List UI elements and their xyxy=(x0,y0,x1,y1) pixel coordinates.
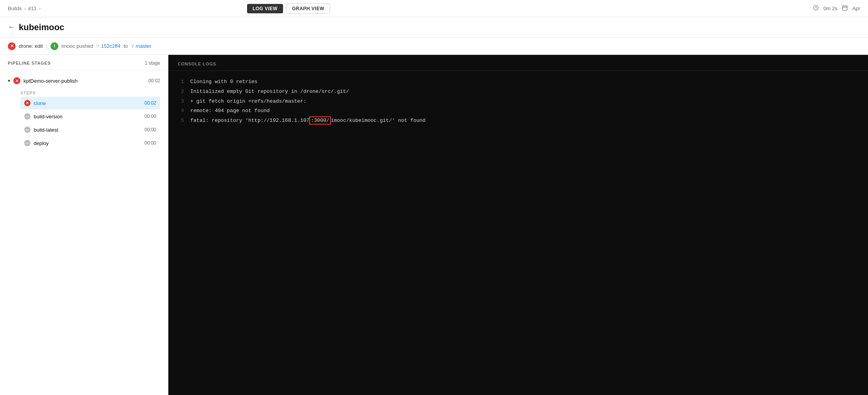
sidebar-content: ▾ ✕ kptDemo-server-publish 00:02 STEPS ✕… xyxy=(0,70,168,395)
console-header: CONSOLE LOGS xyxy=(168,55,868,71)
stage-error-icon: ✕ xyxy=(13,77,20,84)
svg-rect-3 xyxy=(843,6,847,10)
branch-icon: ⑂ xyxy=(131,43,134,49)
expand-icon: ▾ xyxy=(8,78,10,83)
status-error-icon: ✕ xyxy=(8,42,16,50)
main-layout: PIPELINE STAGES 1 stage ▾ ✕ kptDemo-serv… xyxy=(0,55,868,395)
steps-label: STEPS xyxy=(20,91,160,95)
step-name-deploy: deploy xyxy=(34,140,141,146)
separator: | xyxy=(46,43,47,49)
duration: 0m 2s xyxy=(823,5,837,11)
step-deploy[interactable]: — deploy 00:00 xyxy=(20,137,160,149)
back-button[interactable]: ← xyxy=(8,23,15,31)
sub-header: ✕ drone: edit | I imooc pushed ⑂ 152c2ff… xyxy=(0,38,868,55)
git-branch-icon: ⑂ xyxy=(96,43,99,49)
step-build-version[interactable]: — build-version 00:00 xyxy=(20,110,160,123)
console-title: CONSOLE LOGS xyxy=(178,62,216,66)
to-text: to xyxy=(124,43,128,49)
step-skip-icon-1: — xyxy=(24,113,31,120)
step-name-build-version: build-version xyxy=(34,114,141,120)
nav-right: 0m 2s Apr xyxy=(813,5,860,12)
line-content: + git fetch origin +refs/heads/master: xyxy=(190,98,859,106)
step-time-deploy: 00:00 xyxy=(144,140,156,146)
stage-time: 00:02 xyxy=(148,78,160,83)
step-clone[interactable]: ✕ clone 00:02 xyxy=(20,97,160,109)
top-nav: Builds › #11 › LOG VIEW GRAPH VIEW 0m 2s… xyxy=(0,0,868,17)
stage-name: kptDemo-server-publish xyxy=(23,78,145,84)
pipeline-name: drone: edit xyxy=(19,43,43,49)
line-number: 3 xyxy=(178,98,184,106)
steps-section: STEPS ✕ clone 00:02 — build-version 00:0… xyxy=(0,88,168,152)
step-time-build-latest: 00:00 xyxy=(144,127,156,132)
log-line: 5fatal: repository 'http://192.168.1.107… xyxy=(168,116,868,126)
log-line: 3+ git fetch origin +refs/heads/master: xyxy=(168,97,868,107)
time-ago: Apr xyxy=(852,5,860,11)
step-build-latest[interactable]: — build-latest 00:00 xyxy=(20,123,160,136)
line-content: remote: 404 page not found xyxy=(190,107,859,115)
graph-view-button[interactable]: GRAPH VIEW xyxy=(286,4,330,14)
line-number: 1 xyxy=(178,78,184,86)
step-time-clone: 00:02 xyxy=(144,100,156,106)
step-skip-icon-3: — xyxy=(24,140,31,146)
user-avatar: I xyxy=(51,42,58,50)
breadcrumb: Builds › #11 › xyxy=(8,5,41,11)
sidebar-title: PIPELINE STAGES xyxy=(8,61,51,65)
breadcrumb-chevron: › xyxy=(24,5,25,11)
stage-count: 1 stage xyxy=(145,60,160,66)
commit-hash-value: 152c2ff4 xyxy=(101,43,121,49)
console-panel: CONSOLE LOGS 1Cloning with 0 retries2Ini… xyxy=(168,55,868,395)
step-time-build-version: 00:00 xyxy=(144,114,156,119)
highlight-box: :3000/ xyxy=(309,116,331,125)
step-name-build-latest: build-latest xyxy=(34,127,141,133)
log-line: 4remote: 404 page not found xyxy=(168,106,868,116)
page-title: kubeimooc xyxy=(19,22,64,33)
view-toggle: LOG VIEW GRAPH VIEW xyxy=(247,4,330,14)
calendar-icon xyxy=(842,5,848,12)
pushed-text: imooc pushed xyxy=(61,43,93,49)
line-content: Cloning with 0 retries xyxy=(190,78,859,86)
build-num-link[interactable]: #11 xyxy=(28,5,37,11)
log-view-button[interactable]: LOG VIEW xyxy=(247,4,283,13)
line-number: 5 xyxy=(178,117,184,125)
sidebar: PIPELINE STAGES 1 stage ▾ ✕ kptDemo-serv… xyxy=(0,55,168,395)
branch-link[interactable]: ⑂ master xyxy=(131,43,152,49)
log-line: 1Cloning with 0 retries xyxy=(168,77,868,87)
line-number: 2 xyxy=(178,88,184,96)
sidebar-header: PIPELINE STAGES 1 stage xyxy=(0,55,168,70)
console-body[interactable]: 1Cloning with 0 retries2Initialized empt… xyxy=(168,71,868,395)
builds-link[interactable]: Builds xyxy=(8,5,22,11)
step-error-icon: ✕ xyxy=(24,100,31,106)
branch-name: master xyxy=(136,43,152,49)
step-skip-icon-2: — xyxy=(24,127,31,133)
line-content: fatal: repository 'http://192.168.1.107:… xyxy=(190,117,859,125)
line-content: Initialized empty Git repository in /dro… xyxy=(190,88,859,96)
clock-icon xyxy=(813,5,819,12)
step-name-clone: clone xyxy=(34,100,141,106)
line-number: 4 xyxy=(178,107,184,115)
breadcrumb-chevron2: › xyxy=(39,5,40,11)
stage-item[interactable]: ▾ ✕ kptDemo-server-publish 00:02 xyxy=(0,73,168,88)
log-line: 2Initialized empty Git repository in /dr… xyxy=(168,87,868,97)
page-header: ← kubeimooc xyxy=(0,17,868,38)
commit-hash-link[interactable]: ⑂ 152c2ff4 xyxy=(96,43,121,49)
